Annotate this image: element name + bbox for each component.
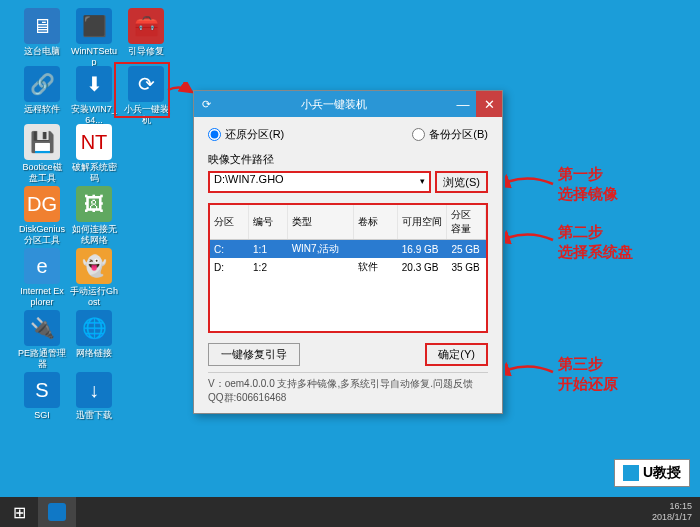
- desktop-icon[interactable]: SSGI: [18, 372, 66, 421]
- desktop-icon[interactable]: 🔗远程软件: [18, 66, 66, 115]
- column-header[interactable]: 分区容量: [447, 205, 486, 240]
- desktop-icon[interactable]: 👻手动运行Ghost: [70, 248, 118, 308]
- desktop-icon[interactable]: 💾Bootice磁盘工具: [18, 124, 66, 184]
- desktop-icon[interactable]: NT破解系统密码: [70, 124, 118, 184]
- desktop-icon[interactable]: 🖼如何连接无线网络: [70, 186, 118, 246]
- column-header[interactable]: 分区: [210, 205, 249, 240]
- table-row[interactable]: D:1:2软件20.3 GB35 GB: [210, 258, 486, 276]
- path-label: 映像文件路径: [208, 152, 488, 167]
- column-header[interactable]: 编号: [249, 205, 288, 240]
- callout-step2: 第二步选择系统盘: [558, 222, 633, 262]
- start-button[interactable]: ⊞: [0, 497, 38, 527]
- titlebar-icon: ⟳: [194, 98, 218, 111]
- desktop-icon[interactable]: eInternet Explorer: [18, 248, 66, 308]
- ok-button[interactable]: 确定(Y): [425, 343, 488, 366]
- radio-restore[interactable]: 还原分区(R): [208, 127, 284, 142]
- desktop-icon[interactable]: ⬇安装WIN7_64...: [70, 66, 118, 126]
- installer-dialog: ⟳ 小兵一键装机 — ✕ 还原分区(R) 备份分区(B) 映像文件路径 D:\W…: [193, 90, 503, 414]
- browse-button[interactable]: 浏览(S): [435, 171, 488, 193]
- table-row[interactable]: C:1:1WIN7,活动16.9 GB25 GB: [210, 240, 486, 259]
- column-header[interactable]: 类型: [287, 205, 353, 240]
- partition-table[interactable]: 分区编号类型卷标可用空间分区容量C:1:1WIN7,活动16.9 GB25 GB…: [208, 203, 488, 333]
- desktop-icon[interactable]: ↓迅雷下载: [70, 372, 118, 421]
- taskbar: ⊞ 16:152018/1/17: [0, 497, 700, 527]
- desktop-icon[interactable]: 🔌PE路通管理器: [18, 310, 66, 370]
- desktop-icon[interactable]: DGDiskGenius分区工具: [18, 186, 66, 246]
- dropdown-arrow-icon[interactable]: ▾: [420, 176, 425, 186]
- close-button[interactable]: ✕: [476, 91, 502, 117]
- column-header[interactable]: 卷标: [353, 205, 397, 240]
- arrow-icon-to-dialog: [166, 82, 196, 102]
- radio-backup[interactable]: 备份分区(B): [412, 127, 488, 142]
- arrow-step2: [505, 228, 555, 248]
- desktop-icon[interactable]: ⬛WinNTSetup: [70, 8, 118, 68]
- arrow-step3: [505, 360, 555, 380]
- desktop-icon[interactable]: 🧰引导修复: [122, 8, 170, 57]
- desktop-icon[interactable]: 🖥这台电脑: [18, 8, 66, 57]
- image-path-input[interactable]: D:\WIN7.GHO▾: [208, 171, 431, 193]
- highlight-installer-icon: [114, 62, 170, 118]
- minimize-button[interactable]: —: [450, 91, 476, 117]
- arrow-step1: [505, 172, 555, 192]
- dialog-titlebar[interactable]: ⟳ 小兵一键装机 — ✕: [194, 91, 502, 117]
- column-header[interactable]: 可用空间: [397, 205, 447, 240]
- brand-logo: U教授: [614, 459, 690, 487]
- dialog-footer: V：oem4.0.0.0 支持多种镜像,多系统引导自动修复.问题反馈QQ群:60…: [208, 372, 488, 405]
- callout-step1: 第一步选择镜像: [558, 164, 618, 204]
- callout-step3: 第三步开始还原: [558, 354, 618, 394]
- desktop-icon[interactable]: 🌐网络链接: [70, 310, 118, 359]
- taskbar-app[interactable]: [38, 497, 76, 527]
- dialog-title: 小兵一键装机: [218, 97, 450, 112]
- taskbar-clock[interactable]: 16:152018/1/17: [652, 501, 700, 523]
- repair-boot-button[interactable]: 一键修复引导: [208, 343, 300, 366]
